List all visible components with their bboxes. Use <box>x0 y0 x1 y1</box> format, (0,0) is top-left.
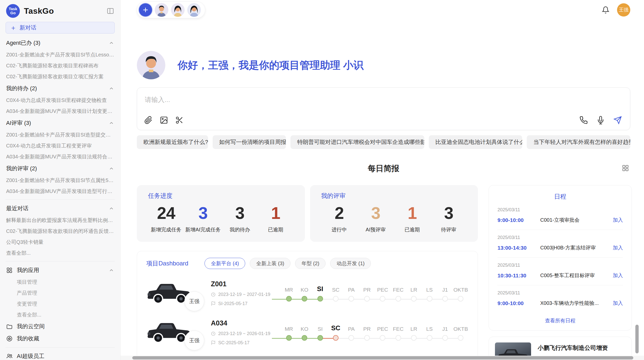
stat-card: 我的评审 2 进行中 3 AI预评审 1 已逾期 3 待评审 <box>310 185 478 242</box>
sidebar-section-header[interactable]: 我的待办 (2) <box>6 82 115 95</box>
schedule-event: 2025/03/11 9:00-10:00 X003-车辆动力学性能验... 加… <box>497 285 623 313</box>
project-code[interactable]: A034 <box>211 319 274 327</box>
suggestion-chip[interactable]: 如何写一份清晰的项目周报 <box>213 135 286 149</box>
milestone-dot[interactable] <box>302 335 307 341</box>
dashboard-tab[interactable]: 全新平台 (4) <box>204 258 245 269</box>
milestone-dot[interactable] <box>411 335 417 341</box>
dashboard-tab[interactable]: 动总开发 (1) <box>330 258 371 269</box>
sidebar-sub-item[interactable]: 变更管理 <box>6 298 115 309</box>
agent-avatar-2[interactable] <box>171 3 185 17</box>
milestone-dot[interactable] <box>458 335 463 341</box>
milestone-dot[interactable] <box>396 335 401 341</box>
briefing-layout-button[interactable] <box>622 164 629 172</box>
stat-value: 3 <box>185 203 221 223</box>
topbar: 王强 <box>137 2 630 18</box>
milestone-dot[interactable] <box>364 335 370 341</box>
milestone-dot[interactable] <box>458 296 463 302</box>
sidebar-section-header[interactable]: AI评审 (3) <box>6 117 115 129</box>
horizontal-scrollbar-thumb[interactable] <box>132 356 633 359</box>
sidebar-item[interactable]: C0X4-动力总成开发项目工程变更评审 <box>6 140 115 151</box>
view-all-schedule-link[interactable]: 查看所有日程 <box>497 317 623 324</box>
milestone-dot[interactable] <box>317 296 323 302</box>
milestone-dot[interactable] <box>442 335 448 341</box>
sidebar-item[interactable]: Z001-全新燃油皮卡产品开发项目SI节点Lesson Learn报告 <box>6 49 115 60</box>
sidebar-item[interactable]: Z001-全新燃油轻卡产品开发项目SI造型提交物评审 <box>6 129 115 140</box>
recent-chats-header[interactable]: 最近对话 <box>6 202 115 215</box>
sidebar-item[interactable]: 公司Q3轻卡销量 <box>6 237 115 248</box>
dashboard-tab[interactable]: 全新上装 (3) <box>250 258 290 269</box>
sidebar-item[interactable]: C02-飞腾新能源轻客改款项目的闭环通告反馈情况 <box>6 226 115 237</box>
sidebar-item[interactable]: A034-全新新能源MUV产品开发项目法规符合性评审 <box>6 151 115 162</box>
send-icon[interactable] <box>613 116 622 124</box>
sidebar-item-cloud-space[interactable]: 我的云空间 <box>6 320 115 333</box>
milestone-dot[interactable] <box>348 335 354 341</box>
milestone-dot[interactable] <box>442 296 448 302</box>
sidebar-item[interactable]: C0X4-动力总成开发项目SI里程碑提交物检查 <box>6 95 115 106</box>
sidebar-item[interactable]: Z001-全新燃油轻卡产品开发项目SI节点属性5D文件评审 <box>6 175 115 186</box>
sidebar-section-header[interactable]: Agent已办 (3) <box>6 37 115 49</box>
event-row: 10:30-11:30 C005-整车工程目标评审 加入 <box>497 272 623 279</box>
suggestion-chip[interactable]: 比亚迪全固态电池计划具体说了什么 <box>429 135 522 149</box>
milestone-dot[interactable] <box>380 335 385 341</box>
sidebar-sub-item[interactable]: 查看全部... <box>6 309 115 320</box>
agent-avatar-1[interactable] <box>155 3 168 17</box>
sidebar-item[interactable]: 查看全部... <box>6 248 115 259</box>
milestone-dot[interactable] <box>427 335 432 341</box>
dashboard-tab[interactable]: 年型 (2) <box>295 258 326 269</box>
event-join-link[interactable]: 加入 <box>613 244 623 251</box>
new-chat-button[interactable]: ＋ 新对话 <box>6 22 115 34</box>
project-code[interactable]: Z001 <box>211 280 274 288</box>
event-join-link[interactable]: 加入 <box>613 272 623 279</box>
sidebar-sub-item[interactable]: 项目管理 <box>6 277 115 288</box>
sidebar-item[interactable]: 解释最新出台的欧盟报废车法规再生塑料比例被调至15%... <box>6 215 115 226</box>
truck-image: 王强 <box>146 278 192 308</box>
chat-composer[interactable]: 请输入... <box>137 87 630 130</box>
attachment-icon[interactable] <box>144 116 153 124</box>
suggestion-chip[interactable]: 当下年轻人对汽车外观有怎样的喜好趋势 <box>527 135 630 149</box>
collapse-sidebar-button[interactable] <box>107 7 114 15</box>
right-column: 日程 2025/03/11 9:00-10:00 C001-立项审批会 加入 2… <box>489 185 632 360</box>
milestone-dot[interactable] <box>427 296 432 302</box>
event-join-link[interactable]: 加入 <box>613 300 623 307</box>
milestone-dot[interactable] <box>380 296 385 302</box>
sidebar-item[interactable]: C02-飞腾新能源轻客改款项目里程碑画布 <box>6 60 115 71</box>
milestone-dot[interactable] <box>364 296 370 302</box>
milestone-dot[interactable] <box>302 296 307 302</box>
scissors-screenshot-icon[interactable] <box>175 116 184 124</box>
assistant-avatar <box>137 51 165 79</box>
stat-label: 已逾期 <box>396 226 429 233</box>
milestone-dot[interactable] <box>396 296 401 302</box>
user-avatar[interactable]: 王强 <box>617 3 630 17</box>
microphone-icon[interactable] <box>596 116 605 124</box>
agent-avatar-3[interactable] <box>187 3 201 17</box>
new-chat-label: 新对话 <box>20 24 36 32</box>
sidebar-item-favorites[interactable]: 我的收藏 <box>6 333 115 345</box>
sidebar-item[interactable]: A034-全新新能源MUV产品开发项目造型可行性评审 <box>6 186 115 197</box>
greeting-text: 你好，王强，我是你的项目管理助理 小识 <box>178 58 363 72</box>
sidebar-item[interactable]: C02-飞腾新能源轻客改款项目立项汇报方案 <box>6 71 115 82</box>
image-upload-icon[interactable] <box>160 116 168 124</box>
milestone-dot[interactable] <box>286 335 292 341</box>
sidebar-item-ai-super-staff[interactable]: AI超级员工 <box>6 350 115 360</box>
milestone-dot[interactable] <box>333 335 339 341</box>
sidebar-section-title: 我的评审 (2) <box>6 165 37 172</box>
my-apps-header[interactable]: 我的应用 <box>6 264 115 277</box>
milestone-dot[interactable] <box>411 296 417 302</box>
sidebar-item[interactable]: A034-全新新能源MUV产品开发项目计划变更表编写 <box>6 106 115 117</box>
suggestion-chip[interactable]: 欧洲新规最近颁布了什么? <box>137 135 208 149</box>
sidebar-section-header[interactable]: 我的评审 (2) <box>6 162 115 175</box>
logo-line2: Go <box>10 11 16 15</box>
milestone-dot[interactable] <box>317 335 323 341</box>
add-agent-button[interactable] <box>139 3 152 17</box>
notification-bell-icon[interactable] <box>602 6 609 14</box>
phone-call-icon[interactable] <box>579 116 588 124</box>
milestone-dot[interactable] <box>333 296 339 302</box>
suggestion-chip[interactable]: 特朗普可能对进口汽车增税会对中国车企造成哪些影响 <box>290 135 424 149</box>
sidebar-sub-item[interactable]: 产品管理 <box>6 288 115 298</box>
project-flag-text: SI-2025-05-17 <box>218 301 247 306</box>
milestone-dot[interactable] <box>348 296 354 302</box>
vertical-scrollbar-thumb[interactable] <box>635 325 639 353</box>
plus-icon <box>142 7 149 13</box>
milestone-dot[interactable] <box>286 296 292 302</box>
event-join-link[interactable]: 加入 <box>613 217 623 223</box>
